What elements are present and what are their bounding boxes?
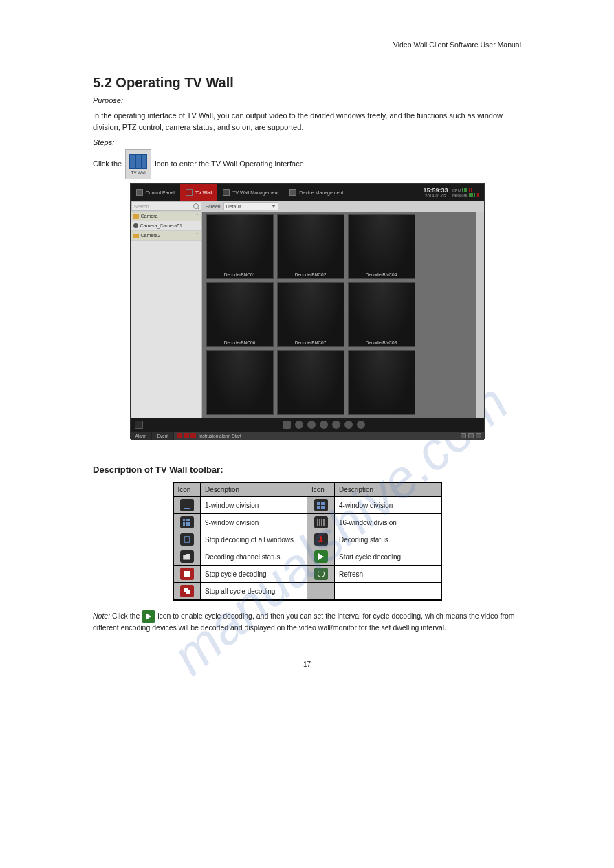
screen-selector-bar: Search Screen Default	[131, 201, 484, 212]
sidebar-folder-camera[interactable]: Camera˄	[131, 212, 201, 221]
toolbar-stopall-icon[interactable]	[357, 421, 365, 429]
divider	[93, 452, 521, 452]
video-viewport: DecoderBNC01 DecoderBNC02 DecoderBNC04 D…	[202, 212, 484, 418]
1-window-icon	[180, 499, 194, 511]
table-row: Stop cycle decoding Refresh	[173, 566, 441, 583]
toolbar-stop-icon[interactable]	[283, 421, 291, 429]
steps-label: Steps:	[93, 138, 521, 146]
section-heading: 5.2 Operating TV Wall	[93, 75, 521, 91]
alarm-icon	[177, 433, 182, 438]
purpose-label: Purpose:	[93, 96, 521, 104]
stop-cycle-icon	[180, 568, 194, 580]
tab-control-panel[interactable]: Control Panel	[131, 184, 180, 201]
tv-wall-screenshot: Control Panel TV Wall TV Wall Management…	[130, 183, 485, 439]
table-row: Stop all cycle decoding	[173, 583, 441, 601]
screen-select[interactable]: Default	[223, 202, 278, 210]
start-cycle-icon	[314, 550, 328, 563]
decoder-tile[interactable]	[206, 350, 274, 415]
decoder-tile[interactable]	[348, 350, 415, 415]
bottom-toolbar	[131, 418, 484, 432]
status-right-icons	[461, 433, 484, 438]
4-window-icon	[314, 499, 328, 511]
play-icon-inline	[142, 610, 155, 623]
header-title: Video Wall Client Software User Manual	[93, 41, 521, 49]
section-body: In the operating interface of TV Wall, y…	[93, 110, 521, 133]
step-1: Click the TV Wall icon to enter the TV W…	[93, 149, 521, 179]
toolbar-refresh-icon[interactable]	[344, 421, 353, 429]
toolbar-stop2-icon[interactable]	[332, 421, 340, 429]
sidebar-item-camera01[interactable]: Camera_Camera01	[131, 221, 201, 231]
page-number: 17	[93, 660, 521, 668]
table-row: Decoding channel status Start cycle deco…	[173, 548, 441, 566]
stop-all-decoding-icon	[180, 533, 194, 546]
9-window-icon	[180, 516, 194, 528]
camera-sidebar: Camera˄ Camera_Camera01 Camera2˅	[131, 212, 202, 418]
tv-wall-icon: TV Wall	[125, 149, 151, 179]
table-row: 1-window division 4-window division	[173, 497, 441, 514]
alarm-icon	[190, 433, 196, 438]
channel-status-icon	[180, 550, 194, 563]
folder-icon	[133, 234, 139, 238]
refresh-icon	[314, 568, 328, 580]
decoder-tile[interactable]: DecoderBNC08	[348, 282, 415, 347]
decoder-tile[interactable]: DecoderBNC07	[277, 282, 344, 347]
stop-all-cycle-icon	[180, 585, 194, 597]
status-tab-alarm[interactable]: Alarm	[131, 432, 153, 440]
decoder-tile[interactable]: DecoderBNC04	[348, 214, 415, 279]
clock: 15:59:33 2014-01-03	[423, 188, 448, 198]
note-1: Note: Click the icon to enable cycle dec…	[93, 610, 521, 633]
table-row: Stop decoding of all windows Decoding st…	[173, 531, 441, 548]
alarm-icon	[184, 433, 189, 438]
toolbar-bell-icon[interactable]	[295, 421, 303, 429]
decoder-tile[interactable]: DecoderBNC01	[206, 214, 274, 279]
scrollbar[interactable]	[476, 212, 484, 418]
chevron-down-icon	[272, 205, 276, 208]
decoder-tile[interactable]: DecoderBNC02	[277, 214, 344, 279]
titlebar-right: 15:59:33 2014-01-03 CPU Network	[423, 188, 483, 198]
status-message: Instrusion alarm Start	[199, 434, 241, 438]
toolbar-description-heading: Description of TV Wall toolbar:	[93, 465, 521, 475]
sidebar-folder-camera2[interactable]: Camera2˅	[131, 231, 201, 241]
folder-icon	[133, 214, 139, 219]
toolbar-play-icon[interactable]	[320, 421, 328, 429]
status-tab-event[interactable]: Event	[152, 432, 174, 440]
search-input[interactable]: Search	[131, 201, 201, 211]
camera-icon	[133, 223, 138, 228]
toolbar-folder-icon[interactable]	[307, 421, 316, 429]
tab-tv-wall[interactable]: TV Wall	[180, 184, 217, 201]
layout-icon[interactable]	[135, 421, 143, 429]
16-window-icon	[314, 516, 328, 528]
system-meters: CPU Network	[452, 188, 478, 197]
header-rule	[93, 36, 521, 36]
search-icon	[193, 203, 199, 209]
decoding-status-icon	[314, 533, 328, 546]
screen-label: Screen	[206, 204, 221, 209]
tab-tv-wall-management[interactable]: TV Wall Management	[217, 184, 284, 201]
status-bar: Alarm Event Instrusion alarm Start	[131, 432, 484, 440]
tab-device-management[interactable]: Device Management	[284, 184, 349, 201]
table-row: 9-window division 16-window division	[173, 514, 441, 531]
decoder-tile[interactable]: DecoderBNC06	[206, 282, 274, 347]
decoder-tile[interactable]	[277, 350, 344, 415]
toolbar-description-table: IconDescription IconDescription 1-window…	[173, 482, 442, 601]
app-titlebar: Control Panel TV Wall TV Wall Management…	[131, 184, 484, 201]
